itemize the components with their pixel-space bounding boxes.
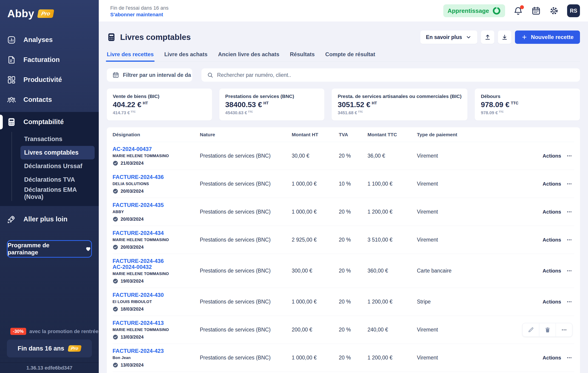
- app-logo[interactable]: Abby Pro: [0, 0, 99, 20]
- date-range-filter[interactable]: Filtrer par un interval de da: [107, 68, 192, 82]
- sidebar-subitem-transactions[interactable]: Transactions: [21, 132, 95, 146]
- discount-badge: -30%: [10, 328, 26, 335]
- actions-button[interactable]: Actions: [543, 268, 561, 274]
- row-actions: Actions: [543, 355, 574, 361]
- sidebar-subitem-livres-comptables[interactable]: Livres comptables: [21, 146, 95, 160]
- invoice-date: 13/03/2024: [113, 334, 200, 340]
- sidebar-item-label: Facturation: [23, 56, 60, 63]
- sidebar-item-productivite[interactable]: Productivité: [0, 70, 99, 90]
- designation-cell: FACTURE-2024-413MARIE HELENE TOMMASINO13…: [113, 320, 200, 340]
- more-options-icon[interactable]: [566, 299, 572, 305]
- more-options-icon[interactable]: [566, 181, 572, 187]
- payment-type-cell: Carte bancaire: [417, 268, 494, 274]
- column-header-nature: Nature: [200, 132, 292, 137]
- learn-more-button[interactable]: En savoir plus: [420, 30, 477, 44]
- check-circle-icon: [113, 306, 118, 312]
- calendar-button[interactable]: [531, 6, 541, 16]
- tab-livre-des-recettes[interactable]: Livre des recettes: [107, 51, 154, 61]
- edit-button[interactable]: [523, 323, 539, 336]
- search-input[interactable]: [217, 72, 575, 78]
- export-button[interactable]: [498, 30, 511, 44]
- sidebar-subitem-declarations-tva[interactable]: Déclarations TVA: [21, 173, 95, 186]
- invoice-link[interactable]: AC-2024-00437: [113, 146, 152, 152]
- client-name: MARIE HELENE TOMMASINO: [113, 272, 200, 276]
- summary-card-subvalue: 3451.68 €TTC: [338, 110, 462, 115]
- invoice-link[interactable]: FACTURE-2024-436: [113, 258, 164, 263]
- amount-ht-cell: 300,00 €: [292, 268, 339, 274]
- summary-card-subvalue: 978.09 €TTC: [481, 110, 574, 115]
- trial-countdown-box[interactable]: Fin dans 16 ans Pro: [7, 340, 92, 357]
- amount-ht-cell: 1 000,00 €: [292, 209, 339, 215]
- search-bar[interactable]: [201, 68, 580, 82]
- date-text: 13/03/2024: [121, 363, 144, 368]
- import-button[interactable]: [481, 30, 494, 44]
- pro-badge: Pro: [68, 345, 82, 352]
- invoice-link[interactable]: FACTURE-2024-436: [113, 174, 164, 181]
- row-actions: Actions: [543, 181, 574, 187]
- nature-cell: Prestations de services (BNC): [200, 237, 292, 243]
- sidebar-item-contacts[interactable]: Contacts: [0, 90, 99, 110]
- more-options-icon[interactable]: [566, 355, 572, 361]
- invoice-link[interactable]: FACTURE-2024-435: [113, 202, 164, 209]
- sidebar-subitem-declarations-ema-nova[interactable]: Déclarations EMA (Nova): [21, 186, 95, 200]
- check-circle-icon: [113, 334, 118, 340]
- more-options-icon[interactable]: [566, 209, 572, 215]
- referral-program-button[interactable]: Programme de parrainage: [7, 240, 92, 258]
- nature-cell: Prestations de services (BNC): [200, 299, 292, 305]
- summary-card: Vente de biens (BIC)404.22 €HT414.73 €TT…: [107, 89, 212, 121]
- referral-label: Programme de parrainage: [8, 242, 82, 256]
- table-row: FACTURE-2024-436AC-2024-00432MARIE HELEN…: [113, 254, 574, 288]
- sidebar-item-comptabilite[interactable]: Comptabilité: [0, 112, 99, 132]
- summary-cards: Vente de biens (BIC)404.22 €HT414.73 €TT…: [107, 89, 580, 121]
- heart-icon: [85, 246, 91, 252]
- delete-button[interactable]: [539, 323, 556, 336]
- bar-chart-icon: [7, 35, 16, 44]
- client-name: Bon Jean: [113, 356, 200, 360]
- tab-compte-de-resultat[interactable]: Compte de résultat: [325, 51, 375, 61]
- designation-cell: FACTURE-2024-423Bon Jean13/03/2024: [113, 348, 200, 368]
- page-title-wrap: Livres comptables: [107, 33, 191, 42]
- sidebar-subitem-declarations-urssaf[interactable]: Déclarations Urssaf: [21, 160, 95, 173]
- invoice-link[interactable]: FACTURE-2024-434: [113, 230, 164, 236]
- date-text: 21/03/2024: [121, 161, 144, 166]
- invoice-link[interactable]: FACTURE-2024-423: [113, 348, 164, 354]
- more-options-icon[interactable]: [566, 268, 572, 274]
- actions-button[interactable]: Actions: [543, 209, 561, 215]
- amount-ttc-cell: 240,00 €: [368, 327, 417, 333]
- actions-button[interactable]: Actions: [543, 181, 561, 187]
- user-avatar[interactable]: RS: [567, 4, 580, 17]
- new-recipe-button[interactable]: Nouvelle recette: [515, 30, 580, 44]
- sidebar-item-aller-plus-loin[interactable]: Aller plus loin: [0, 209, 99, 229]
- tab-ancien-livre-des-achats[interactable]: Ancien livre des achats: [218, 51, 279, 61]
- upload-icon: [484, 34, 491, 40]
- actions-button[interactable]: Actions: [543, 237, 561, 243]
- designation-cell: AC-2024-00437MARIE HELENE TOMMASINO21/03…: [113, 146, 200, 166]
- invoice-link[interactable]: AC-2024-00432: [113, 263, 152, 271]
- sidebar-item-label: Analyses: [23, 36, 52, 44]
- more-options-icon[interactable]: [566, 237, 572, 243]
- designation-cell: FACTURE-2024-435ABBY20/03/2024: [113, 202, 200, 222]
- summary-card-value: 3051.52 €HT: [338, 101, 462, 109]
- invoice-link[interactable]: FACTURE-2024-413: [113, 320, 164, 326]
- date-text: 20/03/2024: [121, 244, 144, 250]
- sidebar-item-analyses[interactable]: Analyses: [0, 30, 99, 50]
- learning-progress-button[interactable]: Apprentissage: [443, 4, 505, 17]
- tab-livre-des-achats[interactable]: Livre des achats: [164, 51, 207, 61]
- actions-button[interactable]: Actions: [543, 299, 561, 305]
- more-options-button[interactable]: [556, 323, 572, 336]
- learning-label: Apprentissage: [447, 7, 489, 14]
- plus-icon: [521, 34, 527, 40]
- settings-button[interactable]: [549, 6, 559, 16]
- actions-button[interactable]: Actions: [543, 355, 561, 361]
- check-circle-icon: [113, 362, 118, 368]
- notifications-button[interactable]: [513, 6, 523, 16]
- invoice-link[interactable]: FACTURE-2024-430: [113, 292, 164, 298]
- sidebar-nav: AnalysesFacturationProductivitéContacts: [0, 30, 99, 110]
- tab-resultats[interactable]: Résultats: [290, 51, 315, 61]
- payment-type-cell: Virement: [417, 355, 494, 361]
- payment-type-cell: Virement: [417, 327, 494, 333]
- actions-button[interactable]: Actions: [543, 153, 561, 159]
- subscribe-link[interactable]: S'abonner maintenant: [110, 12, 168, 18]
- more-options-icon[interactable]: [566, 153, 572, 159]
- sidebar-item-facturation[interactable]: Facturation: [0, 50, 99, 70]
